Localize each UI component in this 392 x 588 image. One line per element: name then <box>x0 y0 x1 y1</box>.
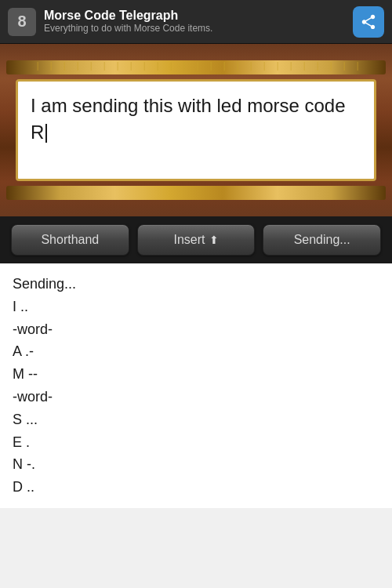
list-item: -word- <box>13 386 379 408</box>
ornament-bottom <box>6 186 386 200</box>
app-title: Morse Code Telegraph <box>44 8 353 23</box>
list-item: -word- <box>13 318 379 341</box>
list-item: Sending... <box>13 273 379 296</box>
app-header: 8 Morse Code Telegraph Everything to do … <box>0 0 392 44</box>
upload-icon: ⬆ <box>209 234 219 246</box>
share-icon <box>360 13 377 31</box>
telegraph-frame: I am sending this with led morse code R <box>0 44 392 216</box>
button-row: Shorthand Insert ⬆ Sending... <box>0 216 392 263</box>
text-cursor <box>45 124 47 143</box>
header-text-block: Morse Code Telegraph Everything to do wi… <box>44 8 353 35</box>
sending-button[interactable]: Sending... <box>263 224 381 256</box>
ornament-top <box>6 60 386 74</box>
list-item: D .. <box>13 476 379 499</box>
list-item: S ... <box>13 408 379 431</box>
list-item: I .. <box>13 296 379 318</box>
message-text-box[interactable]: I am sending this with led morse code R <box>16 79 376 181</box>
app-icon: 8 <box>8 8 36 36</box>
message-content: I am sending this with led morse code R <box>31 93 361 145</box>
list-item: N -. <box>13 453 379 476</box>
shorthand-button[interactable]: Shorthand <box>11 224 129 256</box>
morse-log: Sending...I ..-word-A .-M ---word-S ...E… <box>0 263 392 508</box>
share-button[interactable] <box>353 6 384 38</box>
insert-button[interactable]: Insert ⬆ <box>137 224 256 256</box>
app-subtitle: Everything to do with Morse Code items. <box>44 23 353 35</box>
list-item: E . <box>13 431 379 454</box>
list-item: A .- <box>13 340 379 363</box>
list-item: M -- <box>13 363 379 386</box>
